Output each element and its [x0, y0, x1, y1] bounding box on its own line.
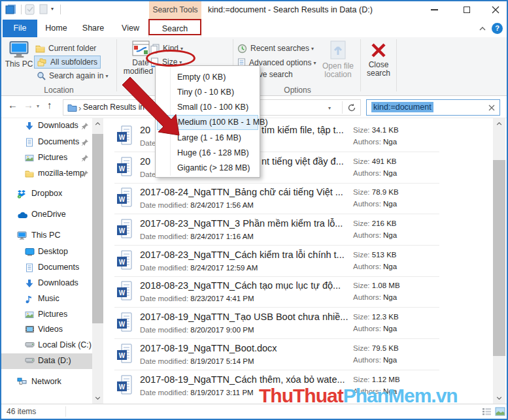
scroll-down-icon[interactable] [493, 393, 505, 404]
sidebar-item-this-pc[interactable]: This PC [1, 228, 92, 244]
file-row[interactable]: 2017-08-19_NgaTTN_Boot.docx Date modifie… [104, 340, 493, 370]
current-folder-button[interactable]: Current folder [35, 42, 96, 55]
disk-icon [25, 357, 35, 364]
row-separator [114, 307, 439, 308]
file-name: 2017-08-19_NgaTTN_Cách thêm, xóa bỏ wate… [140, 374, 345, 385]
word-file-icon [117, 187, 134, 207]
file-row[interactable]: 2017-08-23_NgaTTN_3 Phần mềm kiểm tra lỗ… [104, 215, 493, 246]
sidebar-item-data-d[interactable]: Data (D:) [1, 353, 92, 369]
sidebar-item-onedrive[interactable]: OneDrive [1, 207, 92, 223]
tab-file[interactable]: File [3, 20, 37, 37]
close-search-button[interactable]: Close search [364, 39, 394, 78]
up-icon[interactable]: ↑ [47, 99, 52, 110]
scroll-up-icon[interactable] [493, 118, 505, 129]
close-search-icon [370, 42, 387, 59]
contextual-tab-header: Search Tools [149, 1, 201, 19]
thumbnail-view-icon[interactable] [495, 407, 505, 416]
sidebar-item-desktop[interactable]: Desktop [1, 244, 92, 260]
pin-icon [81, 122, 89, 130]
videos-icon [25, 325, 35, 333]
pin-icon [81, 154, 89, 162]
this-pc-button[interactable]: This PC [4, 39, 34, 69]
refresh-icon[interactable] [347, 103, 356, 112]
breadcrumb-chevron-icon [78, 102, 81, 114]
network-icon [17, 378, 27, 385]
minimize-button[interactable] [420, 0, 449, 20]
back-icon[interactable]: ← [8, 99, 18, 110]
maximize-button[interactable] [452, 0, 481, 20]
clear-search-icon[interactable] [488, 105, 495, 111]
file-row[interactable]: 2018-08-23_NgaTTN_Cách tạo mục lục tự độ… [104, 277, 493, 308]
file-row[interactable]: 2017-08-19_NgaTTN_Tạo USB Boot chưa nhiề… [104, 308, 493, 339]
kind-button[interactable]: Kind [150, 42, 183, 55]
properties-icon[interactable] [25, 4, 35, 15]
scrollbar-thumb[interactable] [493, 160, 505, 356]
address-divider [342, 101, 343, 114]
sidebar-item-downloads[interactable]: Downloads [1, 276, 92, 291]
sidebar-item-pictures[interactable]: Pictures [1, 150, 92, 166]
location-group-label: Location [5, 86, 112, 95]
scroll-down-icon[interactable] [92, 393, 103, 404]
menu-item-huge[interactable]: Huge (16 - 128 MB) [157, 146, 258, 161]
file-row[interactable]: 2017-08-23_NgaTTN_Cách kiểm tra lỗi chín… [104, 246, 493, 277]
address-dropdown-caret-icon[interactable]: ▾ [328, 105, 331, 111]
desktop-icon [25, 248, 35, 256]
file-row[interactable]: 2017-08-24_NgaTTN_Bảng chữ cái tiếng Việ… [104, 184, 493, 214]
word-file-icon [117, 281, 134, 300]
word-file-icon [117, 125, 134, 145]
all-subfolders-button[interactable]: All subfolders [34, 56, 101, 69]
kind-icon [150, 44, 160, 54]
list-scrollbar[interactable] [493, 118, 505, 404]
row-separator [114, 214, 439, 214]
scroll-up-icon[interactable] [92, 118, 103, 129]
menu-item-medium[interactable]: Medium (100 KB - 1 MB) [157, 115, 258, 130]
qat-customize-caret-icon[interactable]: ▾ [51, 6, 54, 12]
open-file-location-icon [330, 40, 347, 60]
minimize-ribbon-icon[interactable] [479, 27, 486, 31]
subfolders-icon [37, 57, 47, 67]
new-folder-icon[interactable] [39, 4, 48, 14]
scrollbar-thumb[interactable] [92, 134, 103, 323]
menu-item-tiny[interactable]: Tiny (0 - 10 KB) [157, 85, 258, 100]
calendar-icon [132, 40, 150, 57]
explorer-window: W [0, 0, 508, 420]
search-value: kind:=document [371, 102, 433, 112]
sidebar-item-documents[interactable]: Documents [1, 260, 92, 276]
search-again-button[interactable]: Search again in [37, 69, 108, 82]
pictures-icon [25, 153, 34, 163]
recent-searches-button[interactable]: Recent searches [237, 42, 314, 55]
ribbon-tab-row: File Home Share View Search ? [0, 20, 508, 37]
sidebar-item-local-disk-c[interactable]: Local Disk (C:) [1, 338, 92, 353]
file-name-suffix: nt tiếng việt đầy đ... [262, 156, 344, 167]
menu-item-small[interactable]: Small (10 - 100 KB) [157, 100, 258, 115]
tab-share[interactable]: Share [75, 20, 111, 37]
sidebar-item-videos[interactable]: Videos [1, 322, 92, 338]
row-separator [114, 370, 439, 370]
sidebar-item-dropbox[interactable]: Dropbox [1, 186, 92, 202]
close-button[interactable] [481, 0, 508, 20]
documents-icon [25, 263, 34, 272]
help-icon[interactable]: ? [492, 23, 503, 34]
word-file-icon [117, 250, 134, 270]
watermark: ThuThuatPhanMem.vn [259, 385, 458, 407]
sidebar-scrollbar[interactable] [92, 118, 103, 404]
tab-home[interactable]: Home [39, 20, 73, 37]
sidebar-item-downloads[interactable]: Downloads [1, 118, 92, 134]
sidebar-item-mozilla-temp[interactable]: mozilla-temp [1, 166, 92, 182]
menu-item-gigantic[interactable]: Gigantic (> 128 MB) [157, 161, 258, 176]
history-caret-icon[interactable]: ▾ [37, 103, 39, 109]
sidebar-item-network[interactable]: Network [1, 374, 92, 390]
search-input[interactable]: kind:=document [366, 99, 500, 116]
group-separator [360, 39, 361, 91]
sidebar-item-pictures[interactable]: Pictures [1, 307, 92, 323]
file-name: 2017-08-23_NgaTTN_Cách kiểm tra lỗi chín… [140, 250, 345, 260]
details-view-icon[interactable] [482, 407, 492, 416]
tab-search[interactable]: Search [148, 20, 201, 37]
menu-item-large[interactable]: Large (1 - 16 MB) [157, 131, 258, 146]
recent-searches-label: Recent searches [250, 44, 314, 53]
sidebar-item-documents[interactable]: Documents [1, 135, 92, 150]
sidebar-item-music[interactable]: Music [1, 291, 92, 307]
file-name: 20 [140, 156, 150, 167]
menu-item-empty[interactable]: Empty (0 KB) [157, 70, 258, 85]
tab-view[interactable]: View [113, 20, 148, 37]
